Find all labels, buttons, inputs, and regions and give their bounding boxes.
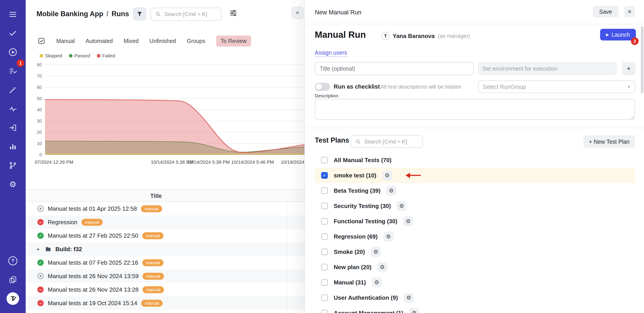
breadcrumb-project[interactable]: Mobile Banking App [36,10,103,18]
milestones-steps-icon[interactable] [6,84,19,96]
breadcrumb-current: Runs [112,10,129,18]
table-column-divider [286,189,287,313]
test-plan-row[interactable]: User Authentication (9) ⚙ [315,290,635,305]
tab-automated[interactable]: Automated [86,35,113,46]
drawer-title: New Manual Run [315,9,362,16]
annotation-arrow [404,172,421,179]
checkbox[interactable] [321,203,328,209]
help-icon[interactable]: ? [6,255,19,267]
gear-button[interactable]: ⚙ [403,216,413,226]
gear-button[interactable]: ⚙ [371,247,381,257]
status-passed-icon: ✓ [38,232,44,239]
svg-text:80: 80 [37,62,42,67]
select-runs-icon[interactable] [38,37,46,45]
tab-manual[interactable]: Manual [56,35,75,46]
scrollbar-thumb[interactable] [641,26,644,94]
checkbox[interactable] [321,187,328,194]
gear-button[interactable]: ⚙ [378,262,387,272]
gear-button[interactable]: ⚙ [372,278,382,287]
activity-pulse-icon[interactable] [6,103,19,115]
breadcrumb-separator: / [106,10,108,18]
svg-text:10/14/2024 5:39 PM: 10/14/2024 5:39 PM [187,159,230,164]
drawer-header: New Manual Run Save × [305,0,644,24]
assign-users-link[interactable]: Assign users [315,49,347,57]
view-settings-button[interactable] [229,9,237,19]
test-plan-row[interactable]: Security Testing (30) ⚙ [315,198,635,214]
environment-input[interactable] [478,62,617,75]
build-title: Build: f32 [56,246,82,253]
test-plan-row[interactable]: New plan (20) ⚙ [315,260,635,275]
tab-groups[interactable]: Groups [187,35,205,46]
caret-right-icon[interactable]: ▸ [38,247,41,252]
gear-button[interactable]: ⚙ [384,232,394,242]
runs-play-icon[interactable] [6,46,19,58]
legend-passed: Passed [69,53,90,58]
tab-to-review[interactable]: To Review [216,35,251,46]
tab-unfinished[interactable]: Unfinished [150,35,176,46]
checkbox[interactable] [321,218,328,225]
description-textarea[interactable] [315,99,635,120]
gear-button[interactable]: ⚙ [409,308,419,313]
new-test-plan-button[interactable]: + New Test Plan [584,135,635,148]
add-environment-button[interactable]: + [622,62,636,75]
run-as-checklist-toggle[interactable] [315,83,330,91]
gear-button[interactable]: ⚙ [386,186,396,196]
tests-check-icon[interactable] [6,27,19,40]
toggle-knob [316,84,322,90]
checklist-hint: All test descriptions will be hidden [380,84,462,90]
test-plan-row-selected[interactable]: ✓ smoke test (10) ⚙ [315,168,635,183]
scrollbar [641,26,644,311]
runs-search-input[interactable] [164,11,217,17]
launch-button[interactable]: ▶ Launch [600,29,636,40]
avatar: T [382,32,390,40]
close-runs-panel-button[interactable]: × [292,7,304,19]
test-plans-search-input[interactable] [364,139,418,145]
runs-area-chart: 0102030405060708007/2024 12:26 PM10/14/2… [26,60,305,170]
checkbox[interactable] [321,248,328,255]
tab-mixed[interactable]: Mixed [124,35,139,46]
filter-button[interactable] [133,7,146,21]
pull-requests-signin-icon[interactable] [6,121,19,134]
test-plan-row[interactable]: Manual (31) ⚙ [315,275,635,290]
app-screen: ⚙ ? T 1 Mobile Banking App/Runs [0,0,644,313]
test-plans-heading: Test Plans [315,136,349,144]
test-plan-row[interactable]: Functional Testing (30) ⚙ [315,214,635,229]
save-button[interactable]: Save [593,6,618,17]
projects-icon[interactable] [6,273,19,286]
checkbox[interactable] [321,233,328,240]
test-plan-label: Smoke (20) [334,248,365,255]
test-plan-row[interactable]: Regression (69) ⚙ [315,229,635,244]
run-title: Regression [48,219,78,226]
checkbox[interactable] [321,294,328,301]
search-icon [155,11,161,17]
checkbox[interactable] [321,310,328,313]
reports-chart-icon[interactable] [6,140,19,153]
checkbox[interactable] [321,264,328,271]
test-plan-row[interactable]: Beta Testing (39) ⚙ [315,183,635,198]
test-plan-row-clipped[interactable]: Account Management (1) ⚙ [315,305,635,313]
checkbox[interactable] [321,279,328,286]
test-plan-label: New plan (20) [334,264,372,271]
run-title-input[interactable] [315,62,474,75]
close-drawer-button[interactable]: × [624,6,635,17]
branches-git-icon[interactable] [6,159,19,172]
test-plan-label: Functional Testing (30) [334,218,398,225]
status-pending-icon [38,205,44,212]
run-owner: T Yana Baranova (as manager) [382,32,470,40]
settings-gear-icon[interactable]: ⚙ [6,178,19,191]
test-plan-row[interactable]: All Manual Tests (70) [315,153,635,168]
run-title: Manual tests at 01 Apr 2025 12:58 [48,205,137,212]
test-plan-label: Account Management (1) [334,310,403,313]
gear-button[interactable]: ⚙ [404,293,414,303]
test-plan-row[interactable]: Smoke (20) ⚙ [315,244,635,260]
gear-button[interactable]: ⚙ [397,201,407,211]
results-list-icon[interactable] [6,65,19,77]
rungroup-select[interactable]: Select RunGroup ▾ [478,81,635,93]
gear-button[interactable]: ⚙ [382,170,392,180]
brand-logo[interactable]: T [6,292,19,305]
test-plan-list: All Manual Tests (70) ✓ smoke test (10) … [305,153,644,313]
manual-badge: manual [141,205,162,212]
checkbox[interactable] [321,157,328,163]
menu-icon[interactable] [6,8,19,21]
checkbox-checked[interactable]: ✓ [321,172,328,179]
